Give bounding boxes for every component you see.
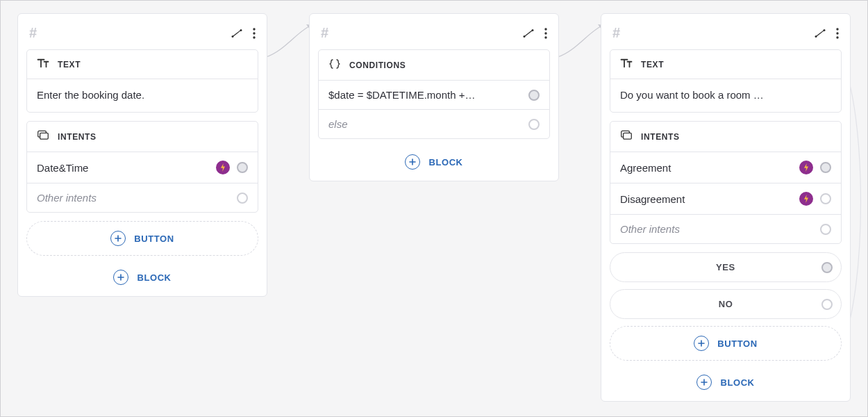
more-icon[interactable] xyxy=(253,28,256,39)
intents-icon xyxy=(620,130,633,143)
svg-rect-6 xyxy=(40,133,49,139)
section-label: Conditions xyxy=(349,60,406,70)
condition-label: else xyxy=(328,118,348,130)
svg-point-8 xyxy=(532,29,534,31)
add-block-label: Block xyxy=(428,157,462,167)
svg-point-0 xyxy=(232,35,234,38)
add-button-pill[interactable]: Button xyxy=(26,221,258,256)
text-icon xyxy=(620,58,633,70)
card-header: # xyxy=(26,22,258,49)
svg-point-7 xyxy=(524,35,526,38)
intent-label: Disagreement xyxy=(620,193,685,205)
output-port[interactable] xyxy=(528,119,540,130)
section-label: Intents xyxy=(641,132,680,142)
plus-icon xyxy=(113,270,128,285)
conditions-section[interactable]: Conditions $date = $DATETIME.month +… el… xyxy=(318,49,550,139)
section-label: Text xyxy=(641,60,664,70)
svg-point-12 xyxy=(815,35,817,38)
bolt-icon xyxy=(799,192,813,206)
intent-label: Other intents xyxy=(620,223,680,235)
intent-row[interactable]: Other intents xyxy=(27,183,258,212)
output-port[interactable] xyxy=(237,193,248,204)
section-label: Intents xyxy=(58,132,97,142)
text-section[interactable]: Text Do you want to book a room … xyxy=(610,49,842,113)
svg-point-4 xyxy=(253,36,255,38)
condition-row[interactable]: $date = $DATETIME.month +… xyxy=(319,81,549,110)
connect-icon[interactable] xyxy=(231,27,243,40)
plus-icon xyxy=(694,336,709,351)
connect-icon[interactable] xyxy=(522,27,535,40)
intent-row[interactable]: Agreement xyxy=(610,152,841,183)
card-header: # xyxy=(610,22,842,49)
reply-button[interactable]: Yes xyxy=(610,252,842,282)
card-header: # xyxy=(318,22,550,49)
intent-label: Agreement xyxy=(620,162,671,174)
add-button-pill[interactable]: Button xyxy=(610,326,842,361)
intent-label: Date&Time xyxy=(37,162,88,174)
output-port[interactable] xyxy=(820,193,831,204)
intent-label: Other intents xyxy=(37,192,97,204)
flow-canvas[interactable]: # Text Enter the booking date. xyxy=(1,1,867,416)
add-block-label: Block xyxy=(137,272,171,283)
text-section[interactable]: Text Enter the booking date. xyxy=(26,49,258,113)
svg-point-11 xyxy=(544,36,546,38)
output-port[interactable] xyxy=(821,262,833,273)
flow-card[interactable]: # Text Enter the booking date. xyxy=(17,13,267,297)
connect-icon[interactable] xyxy=(814,27,826,40)
intents-icon xyxy=(37,130,49,143)
flow-card[interactable]: # Conditions $date = $DATETIME.month +… xyxy=(309,13,559,181)
plus-icon xyxy=(696,375,712,390)
hash-icon: # xyxy=(612,25,620,41)
add-button-label: Button xyxy=(717,338,758,349)
add-block-label: Block xyxy=(720,377,754,388)
intent-row[interactable]: Date&Time xyxy=(27,152,258,183)
output-port[interactable] xyxy=(821,299,833,310)
svg-point-16 xyxy=(836,36,838,38)
text-icon xyxy=(37,58,49,70)
add-block-button[interactable]: Block xyxy=(610,368,842,393)
intents-section[interactable]: Intents Date&Time Other intents xyxy=(26,121,258,213)
output-port[interactable] xyxy=(528,90,540,101)
add-button-label: Button xyxy=(134,234,174,244)
svg-point-13 xyxy=(824,29,826,31)
intents-section[interactable]: Intents Agreement Disagreement Other int… xyxy=(610,121,842,244)
bolt-icon xyxy=(216,161,230,174)
output-port[interactable] xyxy=(820,162,831,173)
output-port[interactable] xyxy=(237,162,248,173)
more-icon[interactable] xyxy=(544,28,547,39)
svg-point-10 xyxy=(544,32,546,34)
hash-icon: # xyxy=(29,25,37,41)
bolt-icon xyxy=(799,161,813,174)
plus-icon xyxy=(405,154,420,170)
condition-row[interactable]: else xyxy=(319,110,549,138)
intent-row[interactable]: Disagreement xyxy=(610,183,841,215)
svg-point-15 xyxy=(836,32,838,34)
svg-rect-18 xyxy=(624,133,632,139)
add-block-button[interactable]: Block xyxy=(318,147,550,172)
reply-button[interactable]: No xyxy=(610,289,842,319)
svg-point-2 xyxy=(253,28,255,30)
svg-point-9 xyxy=(544,28,546,30)
svg-point-1 xyxy=(240,29,242,31)
svg-point-14 xyxy=(836,28,838,30)
flow-card[interactable]: # Text Do you want to book a room … xyxy=(601,13,851,402)
text-body[interactable]: Do you want to book a room … xyxy=(610,79,841,112)
reply-label: No xyxy=(719,299,733,309)
section-label: Text xyxy=(58,60,81,70)
plus-icon xyxy=(110,231,126,246)
svg-point-3 xyxy=(253,32,255,34)
braces-icon xyxy=(328,58,341,72)
condition-label: $date = $DATETIME.month +… xyxy=(328,89,475,101)
more-icon[interactable] xyxy=(836,28,839,39)
hash-icon: # xyxy=(321,25,328,41)
intent-row[interactable]: Other intents xyxy=(610,215,841,243)
output-port[interactable] xyxy=(820,224,831,235)
add-block-button[interactable]: Block xyxy=(26,263,258,288)
text-body[interactable]: Enter the booking date. xyxy=(27,79,258,112)
reply-label: Yes xyxy=(716,262,735,272)
